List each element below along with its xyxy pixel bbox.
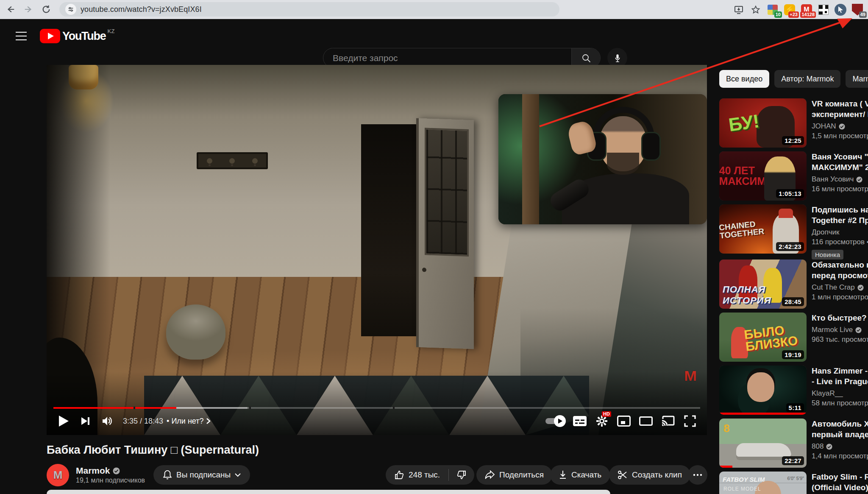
duration-badge: 28:45 — [782, 297, 804, 306]
verified-icon — [857, 285, 864, 291]
video-player[interactable]: M 3:35 / 18:43 • Или нет? — [47, 65, 707, 435]
screen: youtube.com/watch?v=jzXvbEqIX6I 10 ⚡ +23… — [0, 0, 868, 494]
extension-bolt-icon[interactable]: ⚡ +23 — [783, 3, 796, 16]
country-code: KZ — [107, 28, 115, 34]
duration-badge: 22:27 — [782, 456, 804, 465]
reload-icon[interactable] — [39, 2, 53, 17]
install-icon[interactable] — [732, 3, 745, 16]
site-info-icon[interactable] — [65, 4, 76, 15]
autoplay-toggle[interactable] — [542, 418, 569, 424]
dislike-button[interactable] — [449, 465, 474, 485]
thumbnail: 40 ЛЕТ МАКСИМУМ 1:05:13 — [719, 151, 807, 201]
browser-toolbar: youtube.com/watch?v=jzXvbEqIX6I 10 ⚡ +23… — [0, 0, 868, 19]
channel-avatar[interactable]: M — [47, 464, 69, 486]
headphone-cup-right — [643, 133, 659, 159]
chip-author[interactable]: Автор: Marmok — [774, 70, 840, 88]
scissors-icon — [618, 470, 628, 480]
share-button[interactable]: Поделиться — [476, 465, 552, 485]
like-button[interactable]: 248 тыс. — [386, 465, 448, 485]
extension-shield-icon[interactable]: 49 — [851, 3, 864, 16]
chip-all-videos[interactable]: Все видео — [719, 70, 769, 88]
channel-name: Cut The Crap — [812, 283, 855, 292]
chapter-title[interactable]: • Или нет? — [167, 417, 210, 426]
volume-icon[interactable] — [97, 410, 119, 432]
thumbnail: CHAINED TOGETHER 2:42:23 — [719, 204, 807, 254]
view-count: 1 млн просмотров • — [812, 293, 868, 301]
fullscreen-button[interactable] — [679, 410, 701, 432]
address-bar[interactable]: youtube.com/watch?v=jzXvbEqIX6I — [59, 2, 559, 17]
scene-door — [416, 118, 474, 349]
download-label: Скачать — [571, 470, 601, 480]
cast-button[interactable] — [657, 410, 679, 432]
bell-icon — [163, 470, 172, 480]
scene-coat-rack — [197, 152, 268, 169]
download-button[interactable]: Скачать — [550, 465, 610, 485]
create-clip-button[interactable]: Создать клип — [609, 465, 690, 485]
view-count: 1,4 млн просмотров — [812, 452, 868, 461]
subscribed-button[interactable]: Вы подписаны — [153, 465, 250, 485]
height-marks: 6'0" 5'9" — [787, 474, 804, 483]
time-display: 3:35 / 18:43 — [123, 417, 163, 426]
verified-icon — [839, 123, 845, 130]
watched-progress — [719, 413, 807, 415]
filter-chips: Все видео Автор: Marmok Marmok Live — [719, 70, 868, 88]
related-video-6[interactable]: 5:11 Hans Zimmer - Tim- Live in Prague) … — [719, 366, 868, 415]
channel-name[interactable]: Marmok — [76, 466, 110, 476]
search-input[interactable]: Введите запрос — [323, 53, 571, 63]
verified-icon — [113, 467, 120, 474]
view-count: 116 просмотров • Т — [812, 238, 868, 246]
thumbnail: ПОЛНАЯ ИСТОРИЯ 28:45 — [719, 260, 807, 309]
related-video-7[interactable]: 8 22:27 Автомобиль Xiaoпервый владелец 8… — [719, 419, 868, 468]
related-video-1[interactable]: БУ! 12:25 VR комната ( VRэксперимент/ МА… — [719, 98, 868, 148]
view-count: 963 тыс. просмотро — [812, 335, 868, 344]
related-video-8[interactable]: Fatboy Slim ROLE MODEL 6'0" 5'9" Fatboy … — [719, 472, 868, 494]
thumbs-down-icon — [456, 470, 467, 480]
verified-icon — [826, 444, 832, 450]
extension-bolt-badge: +23 — [788, 11, 799, 18]
forward-icon[interactable] — [21, 2, 36, 17]
channel-name: Ваня Усович — [812, 175, 854, 184]
settings-button[interactable]: HD — [591, 410, 613, 432]
related-video-4[interactable]: ПОЛНАЯ ИСТОРИЯ 28:45 Обязательно поспере… — [719, 260, 868, 309]
youtube-header: YouTube KZ Введите запрос — [0, 19, 868, 53]
channel-name: JOHAN — [812, 122, 836, 131]
chip-related[interactable]: Marmok Live — [846, 70, 868, 88]
scene-doorway — [361, 124, 420, 336]
extension-qr-icon[interactable] — [817, 3, 830, 16]
menu-icon[interactable] — [13, 28, 30, 45]
theater-mode-button[interactable] — [635, 410, 657, 432]
description-panel[interactable] — [47, 490, 610, 494]
youtube-logo[interactable]: YouTube KZ — [40, 29, 115, 43]
verified-icon — [855, 327, 862, 333]
channel-info[interactable]: Marmok 19,1 млн подписчиков — [76, 466, 145, 484]
play-button[interactable] — [53, 410, 75, 432]
hd-quality-badge: HD — [602, 411, 611, 417]
toolbar-right: 10 ⚡ +23 M 14128 49 — [732, 0, 864, 19]
more-actions-button[interactable] — [688, 465, 707, 485]
chapter-marker — [393, 407, 395, 409]
extension-mail-icon[interactable]: M 14128 — [800, 3, 813, 16]
channel-name: Дропчик — [812, 228, 839, 237]
progress-bar[interactable] — [53, 407, 700, 409]
extension-cursor-icon[interactable] — [834, 3, 847, 16]
url-text: youtube.com/watch?v=jzXvbEqIX6I — [81, 5, 202, 14]
related-video-3[interactable]: CHAINED TOGETHER 2:42:23 Подпишись на Тв… — [719, 204, 868, 260]
duration-badge: 19:19 — [782, 350, 804, 359]
duration-badge: 1:05:13 — [776, 189, 804, 198]
verified-icon — [856, 176, 862, 183]
extension-mail-badge: 14128 — [800, 11, 816, 18]
channel-name: Marmok Live — [812, 326, 853, 334]
miniplayer-button[interactable] — [613, 410, 635, 432]
played-fill — [53, 407, 176, 409]
subtitles-button[interactable] — [569, 410, 591, 432]
bookmark-star-icon[interactable] — [749, 3, 762, 16]
extension-stats-icon[interactable]: 10 — [766, 3, 779, 16]
extension-shield-badge: 49 — [859, 11, 867, 18]
new-badge: Новинка — [812, 250, 843, 260]
related-video-2[interactable]: 40 ЛЕТ МАКСИМУМ 1:05:13 Ваня Усович "40 … — [719, 151, 868, 201]
extension-stats-badge: 10 — [774, 11, 782, 18]
back-icon[interactable] — [3, 2, 18, 17]
next-button[interactable] — [75, 410, 97, 432]
thumbnail: 5:11 — [719, 366, 807, 415]
related-video-5[interactable]: БЫЛО БЛИЗКО 19:19 Кто быстрее? (GT Marmo… — [719, 313, 868, 362]
